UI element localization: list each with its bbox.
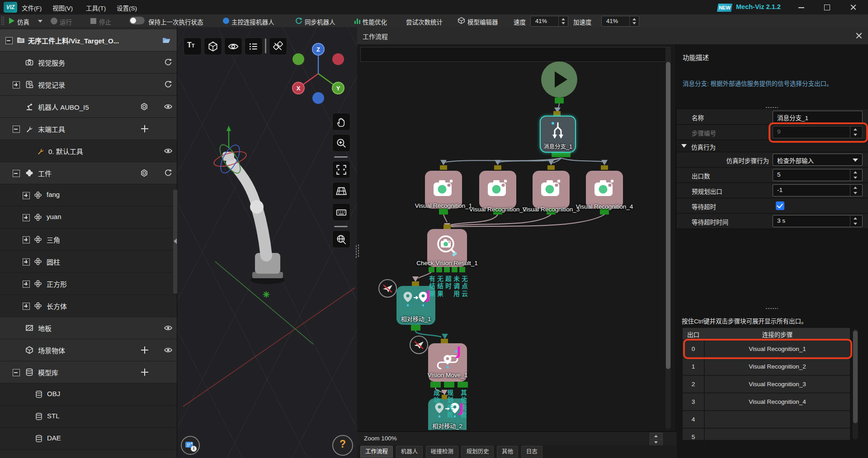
input-port[interactable]	[443, 224, 451, 229]
sidebar-collapse-handle[interactable]	[173, 190, 177, 294]
sidebar-item-cuboid[interactable]: 长方体	[0, 295, 177, 317]
column-header-connected-step[interactable]: 连接的步骤	[705, 330, 850, 339]
sidebar-item-project[interactable]: 无序工件上料/Viz_Target_O...	[0, 29, 177, 51]
stop-button[interactable]: 停止	[99, 17, 111, 26]
sidebar-item-model-library[interactable]: 模型库	[0, 361, 177, 383]
zoom-out-step-button[interactable]	[650, 439, 663, 446]
expand-icon[interactable]	[23, 214, 30, 221]
sim-behavior-dropdown[interactable]: 检查外部输入	[773, 154, 863, 166]
close-button[interactable]	[846, 3, 860, 12]
gear-icon[interactable]	[140, 168, 149, 178]
panel-splitter[interactable]	[765, 107, 778, 108]
output-port[interactable]	[430, 382, 441, 388]
input-port[interactable]	[412, 281, 419, 286]
eye-icon[interactable]	[164, 323, 173, 332]
close-panel-button[interactable]	[854, 31, 863, 40]
robot-status-button[interactable]: i	[181, 436, 200, 455]
node-visual-recognition-2[interactable]	[479, 171, 516, 209]
run-button[interactable]: 运行	[60, 17, 72, 26]
column-header-outlet[interactable]: 出口	[683, 330, 704, 339]
node-visual-recognition-3[interactable]	[533, 171, 570, 209]
expand-icon[interactable]	[23, 258, 30, 266]
node-message-branch[interactable]: 消息分支_1	[540, 116, 576, 153]
output-port[interactable]	[452, 267, 458, 272]
collapse-icon[interactable]	[13, 126, 20, 133]
sidebar-item-triangle[interactable]: 三角	[0, 229, 177, 251]
collapse-icon[interactable]	[5, 37, 13, 44]
input-port[interactable]	[601, 165, 608, 170]
keep-state-toggle[interactable]	[129, 17, 145, 24]
accel-input[interactable]: 41%	[601, 16, 639, 27]
workflow-start-node[interactable]	[541, 61, 577, 98]
table-scrollbar[interactable]	[853, 329, 858, 439]
sidebar-item-dae[interactable]: DAE	[0, 428, 177, 450]
workflow-scrollbar[interactable]	[665, 47, 671, 429]
menu-file[interactable]: 文件(F)	[22, 3, 42, 12]
sidebar-item-cylinder[interactable]: 圆柱	[0, 251, 177, 273]
pan-button[interactable]	[332, 113, 350, 131]
sidebar-item-workpiece[interactable]: 工件	[0, 162, 177, 184]
sidebar-item-floor[interactable]: 地板	[0, 317, 177, 339]
outlet-row-2[interactable]: 2Visual Recognition_3	[683, 375, 850, 393]
sidebar-item-robot[interactable]: 机器人 AUBO_I5	[0, 96, 177, 118]
fit-view-button[interactable]	[332, 161, 350, 178]
menu-tools[interactable]: 工具(T)	[86, 3, 106, 12]
tab-others[interactable]: 其他	[497, 446, 518, 458]
expand-icon[interactable]	[23, 192, 30, 199]
toolbar-grip[interactable]	[1, 16, 5, 25]
add-scene-object-button[interactable]	[141, 346, 149, 354]
input-port[interactable]	[547, 165, 555, 170]
input-port[interactable]	[440, 165, 447, 170]
help-button[interactable]: ?	[332, 435, 353, 456]
sidebar-item-obj[interactable]: OBJ	[0, 383, 177, 406]
input-port[interactable]	[553, 111, 561, 116]
outlet-row-3[interactable]: 3Visual Recognition_4	[683, 393, 850, 410]
outlet-row-1[interactable]: 1Visual Recognition_2	[683, 357, 850, 375]
sidebar-item-scene-object[interactable]: 场景物体	[0, 339, 177, 361]
sync-robot-button[interactable]: 同步机器人	[305, 17, 335, 26]
tab-workflow[interactable]: 工作流程	[360, 446, 393, 458]
refresh-icon[interactable]	[164, 168, 173, 178]
gear-icon[interactable]	[140, 102, 149, 111]
expand-icon[interactable]	[23, 280, 30, 288]
expand-icon[interactable]	[23, 236, 30, 243]
zoom-in-button[interactable]	[332, 134, 350, 152]
minimize-button[interactable]	[794, 3, 808, 12]
scrollbar-thumb[interactable]	[666, 62, 670, 369]
perspective-button[interactable]	[332, 182, 350, 200]
tab-log[interactable]: 日志	[521, 446, 542, 458]
collapse-icon[interactable]	[13, 170, 20, 177]
outlet-count-input[interactable]: 5	[773, 169, 863, 181]
collapse-icon[interactable]	[13, 369, 20, 376]
sidebar-item-yuan[interactable]: yuan	[0, 206, 177, 229]
menu-view[interactable]: 视图(V)	[52, 3, 73, 12]
output-port[interactable]	[411, 325, 420, 331]
output-port[interactable]	[458, 382, 468, 388]
eye-icon[interactable]	[164, 146, 173, 155]
name-input[interactable]: 消息分支_1	[773, 111, 863, 123]
output-port[interactable]	[459, 267, 465, 272]
output-port[interactable]	[439, 209, 448, 215]
add-tool-button[interactable]	[141, 125, 149, 133]
expand-icon[interactable]	[13, 81, 20, 89]
sidebar-item-stl[interactable]: STL	[0, 406, 177, 428]
refresh-icon[interactable]	[164, 58, 173, 67]
model-editor-button[interactable]: 模型编辑器	[467, 17, 498, 26]
eye-icon[interactable]	[164, 346, 173, 355]
preplan-outlet-input[interactable]: -1	[773, 184, 863, 196]
menu-settings[interactable]: 设置(S)	[117, 3, 137, 12]
wait-timeout-checkbox[interactable]	[776, 201, 784, 210]
output-port[interactable]	[555, 98, 564, 103]
tab-robot[interactable]: 机器人	[396, 446, 423, 458]
canvas-splitter[interactable]	[358, 244, 359, 257]
sidebar-item-end-tool[interactable]: 末端工具	[0, 118, 177, 140]
sidebar-item-vision-record[interactable]: 视觉记录	[0, 74, 177, 96]
sidebar-item-default-tool[interactable]: 0. 默认工具	[0, 140, 177, 162]
output-port[interactable]	[429, 267, 434, 272]
scrollbar-thumb[interactable]	[853, 331, 858, 423]
3d-viewport[interactable]: TT	[177, 27, 357, 458]
outlet-row-4[interactable]: 4	[683, 410, 850, 428]
sidebar-item-fang[interactable]: fang	[0, 184, 177, 206]
simulate-button[interactable]: 仿真	[17, 17, 29, 26]
workflow-canvas[interactable]: 消息分支_1	[357, 44, 676, 431]
